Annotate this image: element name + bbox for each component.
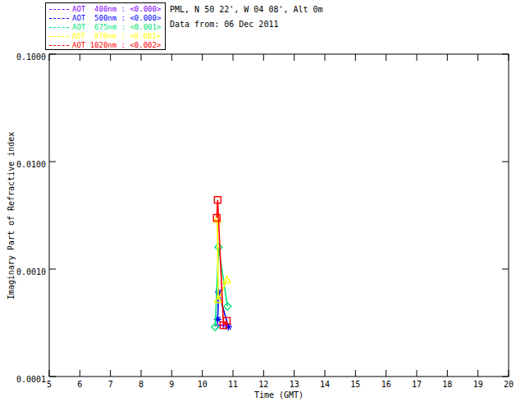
x-tick-label: 13 xyxy=(290,380,299,389)
y-axis-title: Imaginary Part of Refractive index xyxy=(7,132,16,300)
plot-page: AOT 400nm : <0.000>AOT 500nm : <0.000>AO… xyxy=(0,0,525,420)
site-location-text: PML, N 50 22', W 04 08', Alt 0m xyxy=(170,5,323,14)
y-tick-label: 0.0100 xyxy=(16,160,46,169)
legend-line-sample xyxy=(49,9,69,10)
legend-entry: AOT 1020nm : <0.002> xyxy=(46,41,165,50)
chart-canvas xyxy=(0,0,525,420)
x-tick-label: 9 xyxy=(169,380,174,389)
x-tick-label: 5 xyxy=(47,380,52,389)
plot-frame xyxy=(49,54,509,377)
x-tick-label: 19 xyxy=(473,380,483,389)
legend-box: AOT 400nm : <0.000>AOT 500nm : <0.000>AO… xyxy=(45,2,166,50)
legend-entry: AOT 500nm : <0.000> xyxy=(46,14,165,23)
x-tick-label: 14 xyxy=(320,380,330,389)
legend-entry-label: AOT 675nm : <0.001> xyxy=(72,23,161,32)
x-tick-label: 17 xyxy=(412,380,422,389)
legend-entry-label: AOT 870nm : <0.001> xyxy=(72,32,161,41)
x-tick-label: 18 xyxy=(442,380,452,389)
legend-line-sample xyxy=(49,45,69,46)
legend-entry: AOT 870nm : <0.001> xyxy=(46,32,165,41)
x-tick-label: 11 xyxy=(228,380,238,389)
legend-entry: AOT 675nm : <0.001> xyxy=(46,23,165,32)
legend-line-sample xyxy=(49,18,69,19)
y-tick-label: 0.1000 xyxy=(16,52,46,62)
marker-triangle xyxy=(223,276,231,283)
x-tick-label: 6 xyxy=(77,380,82,389)
legend-line-sample xyxy=(49,36,69,37)
legend-line-sample xyxy=(49,27,69,28)
data-date-text: Data from: 06 Dec 2011 xyxy=(170,20,278,29)
legend-entry-label: AOT 500nm : <0.000> xyxy=(72,14,161,23)
x-tick-label: 16 xyxy=(381,380,391,389)
x-tick-label: 20 xyxy=(504,380,514,389)
y-tick-label: 0.0001 xyxy=(16,375,46,384)
x-tick-label: 10 xyxy=(198,380,208,389)
legend-entry: AOT 400nm : <0.000> xyxy=(46,5,165,14)
x-tick-label: 15 xyxy=(350,380,360,389)
x-tick-label: 7 xyxy=(108,380,113,389)
legend-entry-label: AOT 400nm : <0.000> xyxy=(72,5,161,14)
y-tick-label: 0.0010 xyxy=(16,267,46,276)
x-tick-label: 12 xyxy=(258,380,268,389)
x-tick-label: 8 xyxy=(139,380,144,389)
legend-entry-label: AOT 1020nm : <0.002> xyxy=(72,41,161,50)
x-axis-title: Time (GMT) xyxy=(254,390,304,399)
